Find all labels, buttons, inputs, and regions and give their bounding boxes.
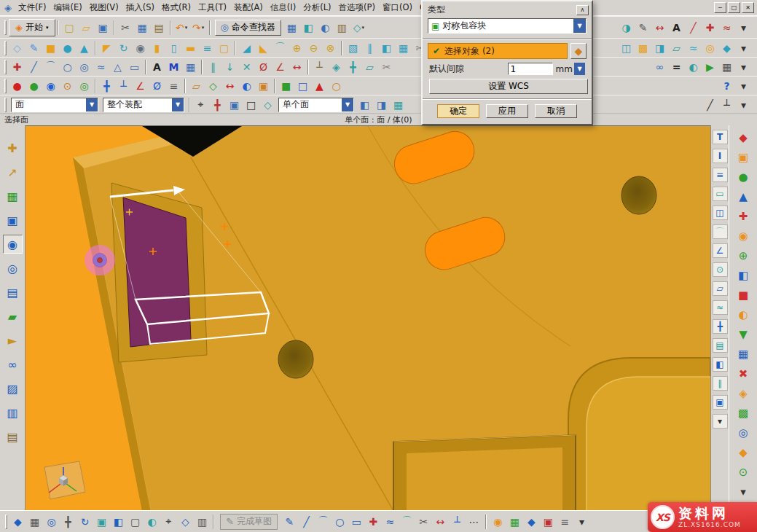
selected-face-highlight[interactable] bbox=[123, 197, 191, 347]
menu-item[interactable]: 视图(V) bbox=[87, 1, 122, 15]
feature-down-icon[interactable]: ▼ bbox=[734, 325, 753, 343]
chevron-down-icon[interactable]: ▼ bbox=[574, 63, 585, 75]
touch-mode-icon[interactable]: ▦ bbox=[283, 20, 300, 36]
rib-icon[interactable]: ≡ bbox=[199, 40, 216, 56]
fit-icon[interactable]: ▣ bbox=[93, 514, 110, 530]
region-faces-icon[interactable]: ▦ bbox=[390, 97, 407, 113]
body-select-icon[interactable]: □ bbox=[243, 97, 259, 113]
toolbar-grip[interactable] bbox=[4, 79, 7, 93]
toolbar-grip[interactable] bbox=[4, 60, 7, 74]
diameter-measure-icon[interactable]: Ø bbox=[149, 78, 165, 94]
rotate-icon[interactable]: ↻ bbox=[77, 514, 93, 530]
project-curve-icon[interactable]: ↓ bbox=[221, 59, 238, 75]
circle-icon[interactable]: ○ bbox=[59, 59, 76, 75]
constraints-icon[interactable]: ┴ bbox=[311, 59, 328, 75]
boxed-icon[interactable]: ▣ bbox=[713, 395, 728, 410]
maximize-button[interactable]: □ bbox=[728, 2, 740, 13]
select-object-step[interactable]: ✔ 选择对象 (2) bbox=[428, 43, 568, 59]
show-hide-icon[interactable]: ◐ bbox=[317, 20, 334, 36]
half-view-icon[interactable]: ◧ bbox=[713, 357, 728, 372]
patch-icon[interactable]: ▧ bbox=[345, 40, 361, 56]
sketch-circle-icon[interactable]: ○ bbox=[332, 514, 348, 530]
edge-blend-icon[interactable]: ⌒ bbox=[272, 40, 289, 56]
boss-icon[interactable]: ▮ bbox=[149, 40, 165, 56]
feature-target-icon[interactable]: ◎ bbox=[734, 423, 753, 442]
apply-button[interactable]: 应用 bbox=[486, 104, 528, 118]
sketch-dim-icon[interactable]: ↔ bbox=[432, 514, 449, 530]
line-tool-icon[interactable]: ╱ bbox=[685, 20, 702, 36]
plane-icon[interactable]: ▱ bbox=[361, 59, 378, 75]
model-pocket-2-floor[interactable] bbox=[407, 447, 562, 510]
feature-diamond2-icon[interactable]: ◆ bbox=[734, 443, 753, 461]
pattern-green-icon[interactable]: ▦ bbox=[3, 187, 23, 206]
pan-view-icon[interactable]: ▣ bbox=[3, 211, 23, 230]
angle-dim-icon[interactable]: ∠ bbox=[272, 59, 289, 75]
shaded-icon[interactable]: ◧ bbox=[110, 514, 127, 530]
sketch-line-icon[interactable]: ╱ bbox=[298, 514, 315, 530]
point-tool-icon[interactable]: ✚ bbox=[702, 20, 718, 36]
grid-display-icon[interactable]: ▦ bbox=[26, 514, 43, 530]
sketch-icon[interactable]: ✎ bbox=[26, 40, 42, 56]
pocket-icon[interactable]: ▯ bbox=[165, 40, 182, 56]
parallel-icon[interactable]: ∥ bbox=[713, 376, 728, 391]
mirror-feature-icon[interactable]: ◧ bbox=[378, 40, 395, 56]
clipboard-icon[interactable]: ▤ bbox=[3, 427, 23, 446]
menu-item[interactable]: 编辑(E) bbox=[51, 1, 85, 15]
text-icon[interactable]: A bbox=[149, 59, 165, 75]
draft-check-icon[interactable]: ▣ bbox=[255, 78, 272, 94]
edit-object-icon[interactable]: ■ bbox=[278, 78, 294, 94]
edge-select-icon[interactable]: ◇ bbox=[259, 97, 276, 113]
csys-icon[interactable]: ╋ bbox=[98, 78, 115, 94]
draft-icon[interactable]: ◢ bbox=[238, 40, 255, 56]
deviation-icon[interactable]: ↔ bbox=[221, 78, 238, 94]
feature-mirror-icon[interactable]: ◧ bbox=[734, 266, 753, 284]
inner-rail-overflow-icon[interactable]: ▾ bbox=[713, 414, 728, 429]
row4-overflow-icon[interactable]: ▾ bbox=[735, 78, 752, 94]
pencil-edit-icon[interactable]: ✎ bbox=[635, 20, 651, 36]
macro-icon[interactable]: ▶ bbox=[702, 59, 718, 75]
chamfer-icon[interactable]: ◣ bbox=[255, 40, 272, 56]
spline-tool-icon[interactable]: ≈ bbox=[718, 20, 735, 36]
toolbar-grip[interactable] bbox=[4, 20, 7, 35]
feature-sphere-icon[interactable]: ● bbox=[734, 168, 753, 186]
emboss-icon[interactable]: ◆ bbox=[718, 40, 735, 56]
distance-dim-icon[interactable]: ↔ bbox=[289, 59, 305, 75]
i-symbol-icon[interactable]: I bbox=[713, 149, 728, 163]
part-navigator-icon[interactable]: ▤ bbox=[3, 283, 23, 302]
highlight-icon[interactable]: ⊙ bbox=[59, 78, 76, 94]
selbar-overflow-icon[interactable]: ▾ bbox=[735, 97, 752, 113]
rectangle-icon[interactable]: ▭ bbox=[126, 59, 143, 75]
chevron-down-icon[interactable]: ▼ bbox=[342, 98, 353, 112]
shade-faces-icon[interactable]: ◨ bbox=[373, 97, 390, 113]
curvature-icon[interactable]: ◇ bbox=[205, 78, 221, 94]
collapse-section-button[interactable]: ∧ bbox=[576, 5, 589, 15]
datum-axis-icon[interactable]: ◈ bbox=[328, 59, 345, 75]
face-rule-combo[interactable]: 单个面 ▼ bbox=[278, 98, 354, 112]
details-icon[interactable]: ▥ bbox=[3, 403, 23, 422]
model-hole-1[interactable] bbox=[621, 176, 656, 214]
history-icon[interactable]: ◎ bbox=[3, 259, 23, 278]
face-select-icon[interactable]: ▣ bbox=[226, 97, 243, 113]
list-view-icon[interactable]: ▤ bbox=[713, 338, 728, 353]
model-pocket-floor[interactable] bbox=[587, 377, 710, 510]
arc-face-icon[interactable]: ⌒ bbox=[713, 224, 728, 239]
menu-item[interactable]: 装配(A) bbox=[231, 1, 266, 15]
cut-icon[interactable]: ✂ bbox=[117, 20, 134, 36]
selection-scope-combo[interactable]: 整个装配 ▼ bbox=[103, 98, 184, 112]
t-symbol-icon[interactable]: T bbox=[713, 130, 728, 144]
angle-face-icon[interactable]: ∠ bbox=[713, 243, 728, 258]
sketch-trim-icon[interactable]: ✂ bbox=[415, 514, 432, 530]
sweep-icon[interactable]: ≈ bbox=[685, 40, 702, 56]
menu-item[interactable]: 格式(R) bbox=[159, 1, 194, 15]
viewport-canvas[interactable] bbox=[26, 126, 710, 510]
pad-icon[interactable]: ▬ bbox=[182, 40, 199, 56]
feature-pattern-icon[interactable]: ▦ bbox=[734, 345, 753, 363]
feature-gem-icon[interactable]: ◈ bbox=[734, 384, 753, 402]
center-icon[interactable]: ⊙ bbox=[713, 262, 728, 277]
toolbar-grip[interactable] bbox=[4, 41, 7, 55]
pattern-feature-icon[interactable]: ▦ bbox=[395, 40, 412, 56]
m-symbol-icon[interactable]: M bbox=[165, 59, 182, 75]
triangle-icon[interactable]: ▲ bbox=[311, 78, 328, 94]
zoom-icon[interactable]: ◎ bbox=[43, 514, 60, 530]
intersect-icon[interactable]: ⊗ bbox=[322, 40, 339, 56]
